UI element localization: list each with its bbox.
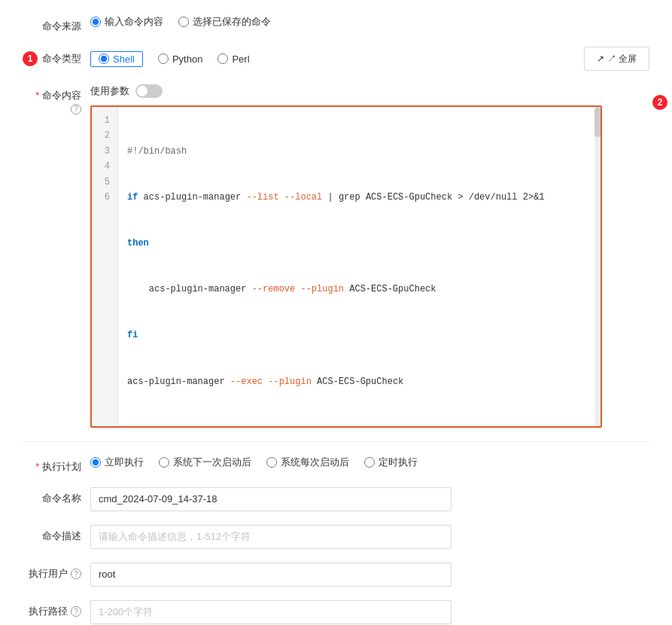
code-line-5: fi [127, 328, 585, 343]
use-params-toggle[interactable] [135, 84, 163, 98]
fullscreen-label: ↗ 全屏 [607, 53, 637, 66]
scrollbar-thumb [594, 107, 601, 137]
desc-label: 命令描述 [23, 525, 90, 543]
schedule-option-next-boot[interactable]: 系统下一次启动后 [159, 456, 251, 469]
code-editor-container: 1 2 3 4 5 6 #!/bin/bash if acs-plugin-ma… [90, 105, 602, 428]
source-options: 输入命令内容 选择已保存的命令 [90, 15, 649, 29]
source-row: 命令来源 输入命令内容 选择已保存的命令 [23, 15, 649, 33]
desc-row: 命令描述 [23, 525, 649, 549]
path-info-icon[interactable]: ? [71, 606, 81, 617]
name-content [90, 487, 649, 511]
page-container: 命令来源 输入命令内容 选择已保存的命令 1命令类型 [0, 0, 672, 625]
schedule-radio-immediate[interactable] [90, 457, 101, 468]
line-num-6: 6 [99, 190, 110, 205]
type-radio-group: Shell Python Perl [90, 51, 250, 67]
fullscreen-icon: ↗ [597, 53, 604, 64]
desc-input[interactable] [90, 525, 452, 549]
line-num-2: 2 [99, 128, 110, 143]
schedule-next-boot-label: 系统下一次启动后 [173, 456, 251, 469]
type-label: 1命令类型 [23, 47, 90, 66]
type-shell-label: Shell [113, 53, 135, 65]
desc-content [90, 525, 649, 549]
source-radio-group: 输入命令内容 选择已保存的命令 [90, 15, 271, 29]
name-label: 命令名称 [23, 487, 90, 505]
user-info-icon[interactable]: ? [71, 569, 81, 579]
type-radio-perl[interactable] [217, 53, 228, 64]
source-option-saved[interactable]: 选择已保存的命令 [178, 15, 271, 29]
type-options: Shell Python Perl ↗ ↗ 全屏 [90, 47, 649, 71]
schedule-radio-timed[interactable] [364, 457, 375, 468]
schedule-option-immediate[interactable]: 立即执行 [90, 456, 144, 469]
schedule-timed-label: 定时执行 [379, 456, 418, 469]
type-badge: 1 [23, 51, 38, 66]
source-radio-saved[interactable] [178, 17, 189, 27]
source-option-input[interactable]: 输入命令内容 [90, 15, 163, 29]
schedule-row: 执行计划 立即执行 系统下一次启动后 系统每次启动后 [23, 456, 649, 474]
schedule-every-boot-label: 系统每次启动后 [281, 456, 349, 469]
type-option-shell[interactable]: Shell [90, 51, 143, 67]
line-num-1: 1 [99, 113, 110, 128]
source-label: 命令来源 [23, 15, 90, 33]
path-content [90, 600, 649, 624]
code-badge: 2 [652, 95, 667, 110]
section-divider [23, 441, 649, 442]
name-input[interactable] [90, 487, 452, 511]
code-line-6: acs-plugin-manager --exec --plugin ACS-E… [127, 374, 585, 389]
use-params-row: 使用参数 [90, 84, 649, 98]
line-num-4: 4 [99, 159, 110, 174]
code-line-1: #!/bin/bash [127, 144, 585, 159]
type-radio-shell[interactable] [99, 53, 109, 64]
line-num-3: 3 [99, 144, 110, 159]
schedule-option-timed[interactable]: 定时执行 [364, 456, 418, 469]
fullscreen-button[interactable]: ↗ ↗ 全屏 [584, 47, 649, 71]
line-num-5: 5 [99, 175, 110, 190]
type-radio-python[interactable] [158, 53, 169, 64]
path-row: 执行路径 ? [23, 600, 649, 624]
source-saved-label: 选择已保存的命令 [193, 15, 271, 29]
code-editor-wrapper: 1 2 3 4 5 6 #!/bin/bash if acs-plugin-ma… [90, 102, 649, 428]
form-body: 命令来源 输入命令内容 选择已保存的命令 1命令类型 [0, 0, 672, 625]
name-row: 命令名称 [23, 487, 649, 511]
user-content [90, 562, 649, 587]
type-python-label: Python [172, 53, 202, 65]
cmd-content-wrapper: 使用参数 1 2 3 4 5 [90, 84, 649, 428]
content-label: 命令内容 ? [23, 84, 90, 114]
user-input[interactable] [90, 562, 452, 587]
schedule-radio-next-boot[interactable] [159, 457, 169, 468]
toggle-slider [135, 84, 163, 98]
type-option-perl[interactable]: Perl [217, 53, 249, 65]
type-row: 1命令类型 Shell Python Perl [23, 47, 649, 71]
type-option-python[interactable]: Python [158, 53, 202, 65]
code-scrollbar[interactable] [594, 107, 601, 426]
schedule-options: 立即执行 系统下一次启动后 系统每次启动后 定时执行 [90, 456, 649, 469]
code-line-4: acs-plugin-manager --remove --plugin ACS… [127, 282, 585, 297]
code-line-2: if acs-plugin-manager --list --local | g… [127, 190, 585, 205]
type-perl-label: Perl [232, 53, 249, 65]
schedule-label: 执行计划 [23, 456, 90, 474]
user-row: 执行用户 ? [23, 562, 649, 587]
user-label: 执行用户 ? [23, 562, 90, 581]
source-input-label: 输入命令内容 [105, 15, 163, 29]
content-info-icon[interactable]: ? [71, 104, 81, 114]
schedule-immediate-label: 立即执行 [105, 456, 144, 469]
line-numbers: 1 2 3 4 5 6 [92, 107, 118, 426]
content-row: 命令内容 ? 使用参数 1 2 [23, 84, 649, 428]
code-editor[interactable]: 1 2 3 4 5 6 #!/bin/bash if acs-plugin-ma… [92, 107, 601, 426]
schedule-radio-every-boot[interactable] [266, 457, 277, 468]
use-params-label: 使用参数 [90, 84, 129, 98]
code-content[interactable]: #!/bin/bash if acs-plugin-manager --list… [118, 107, 594, 426]
schedule-option-every-boot[interactable]: 系统每次启动后 [266, 456, 349, 469]
schedule-radio-group: 立即执行 系统下一次启动后 系统每次启动后 定时执行 [90, 456, 418, 469]
code-line-3: then [127, 236, 585, 251]
path-input[interactable] [90, 600, 452, 624]
path-label: 执行路径 ? [23, 600, 90, 618]
source-radio-input[interactable] [90, 17, 101, 27]
